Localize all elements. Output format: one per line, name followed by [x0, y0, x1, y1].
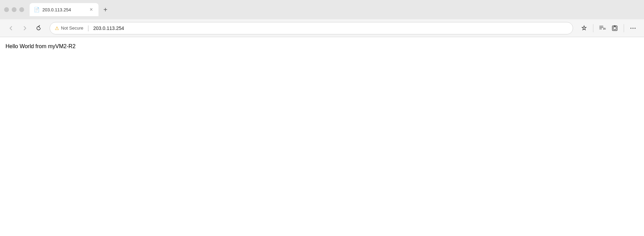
share-icon [612, 25, 618, 31]
nav-bar: ⚠ Not Secure | 203.0.113.254 [0, 19, 644, 37]
back-button[interactable] [6, 23, 17, 34]
close-traffic-light[interactable] [4, 7, 9, 12]
reload-button[interactable] [33, 23, 44, 34]
tab-close-button[interactable]: × [88, 7, 94, 13]
reload-icon [35, 25, 42, 31]
svg-point-3 [631, 28, 632, 29]
not-secure-label: Not Secure [61, 25, 83, 31]
address-text: 203.0.113.254 [93, 25, 568, 31]
more-options-icon [630, 25, 636, 31]
traffic-lights [4, 7, 24, 12]
address-separator: | [87, 24, 89, 32]
address-bar[interactable]: ⚠ Not Secure | 203.0.113.254 [50, 22, 573, 34]
page-content: Hello World from myVM2-R2 [0, 37, 644, 236]
warning-triangle-icon: ⚠ [55, 25, 59, 31]
forward-icon [22, 25, 28, 31]
security-warning: ⚠ Not Secure [55, 25, 83, 31]
minimize-traffic-light[interactable] [12, 7, 17, 12]
reading-list-button[interactable] [597, 23, 608, 34]
reading-list-icon [599, 25, 606, 31]
share-button[interactable] [609, 23, 620, 34]
maximize-traffic-light[interactable] [19, 7, 24, 12]
nav-actions [579, 23, 638, 34]
back-icon [8, 25, 14, 31]
tab-page-icon: 📄 [34, 7, 40, 12]
svg-point-4 [633, 28, 634, 29]
active-tab[interactable]: 📄 203.0.113.254 × [30, 3, 98, 16]
action-separator-2 [624, 24, 624, 32]
tab-title: 203.0.113.254 [42, 7, 85, 12]
page-body-text: Hello World from myVM2-R2 [6, 43, 638, 50]
tab-bar: 📄 203.0.113.254 × + [30, 3, 640, 16]
action-separator-1 [593, 24, 593, 32]
svg-rect-1 [613, 27, 616, 30]
svg-point-5 [635, 28, 636, 29]
new-tab-button[interactable]: + [100, 4, 111, 15]
title-bar: 📄 203.0.113.254 × + [0, 0, 644, 19]
more-button[interactable] [627, 23, 638, 34]
forward-button[interactable] [19, 23, 30, 34]
bookmark-star-icon [581, 25, 587, 31]
bookmark-button[interactable] [579, 23, 590, 34]
